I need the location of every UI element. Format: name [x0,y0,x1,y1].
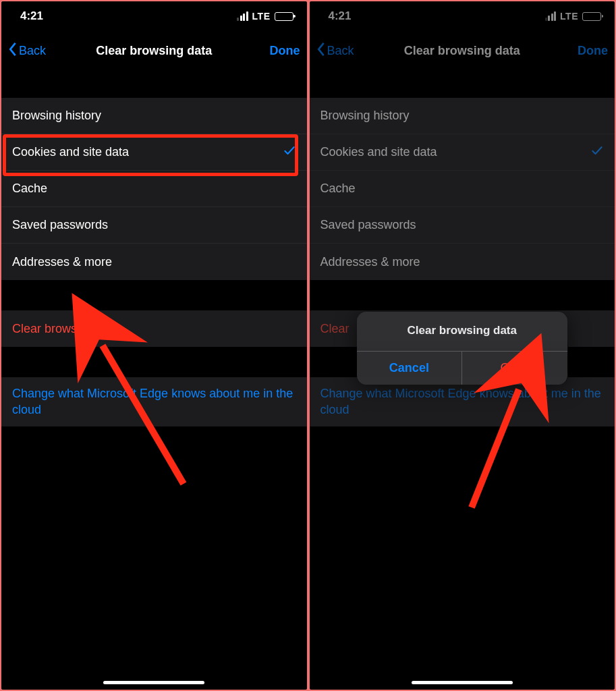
row-label: Clear [320,322,349,336]
page-title: Clear browsing data [310,44,615,58]
edge-cloud-link[interactable]: Change what Microsoft Edge knows about m… [1,377,307,426]
status-bar: 4:21 LTE [1,1,307,31]
sheet-clear-button[interactable]: Clear [461,352,567,385]
nav-bar: Back Clear browsing data Done [310,34,615,67]
row-passwords[interactable]: Saved passwords [1,207,307,244]
back-button[interactable]: Back [316,42,354,60]
network-type: LTE [252,11,271,22]
row-label: Clear browsing data [12,322,120,336]
row-label: Browsing history [320,109,410,123]
data-types-list: Browsing history Cookies and site data C… [310,98,615,280]
network-type: LTE [560,11,578,22]
row-cookies[interactable]: Cookies and site data [310,134,615,171]
row-browsing-history[interactable]: Browsing history [1,98,307,134]
home-indicator [412,681,513,684]
done-button[interactable]: Done [270,44,300,58]
home-indicator [103,681,204,684]
row-label: Change what Microsoft Edge knows about m… [320,385,605,418]
checkmark-icon [283,144,296,161]
row-browsing-history[interactable]: Browsing history [310,98,615,134]
battery-icon [582,12,601,21]
battery-icon [275,12,293,21]
row-addresses[interactable]: Addresses & more [1,244,307,280]
row-cookies[interactable]: Cookies and site data [1,134,307,171]
status-indicators: LTE [545,11,601,22]
done-button[interactable]: Done [578,44,608,58]
back-button[interactable]: Back [8,42,46,60]
row-label: Saved passwords [320,218,416,232]
cellular-signal-icon [237,11,248,21]
page-title: Clear browsing data [1,44,307,58]
row-label: Cookies and site data [12,145,129,159]
cellular-signal-icon [545,11,557,21]
status-bar: 4:21 LTE [310,1,615,31]
screenshot-step-2: 4:21 LTE Back Clear browsing data Done B… [310,1,615,690]
screenshot-step-1: 4:21 LTE Back Clear browsing data Done B… [1,1,307,690]
row-label: Saved passwords [12,218,108,232]
sheet-cancel-button[interactable]: Cancel [357,352,462,385]
row-label: Cache [320,182,356,196]
row-label: Addresses & more [12,255,112,269]
nav-bar: Back Clear browsing data Done [1,34,307,67]
row-label: Browsing history [12,109,101,123]
checkmark-icon [590,144,604,161]
row-label: Change what Microsoft Edge knows about m… [12,385,296,418]
data-types-list: Browsing history Cookies and site data C… [1,98,307,280]
chevron-left-icon [8,42,18,60]
row-label: Cookies and site data [320,145,437,159]
back-label: Back [19,44,46,58]
back-label: Back [327,44,354,58]
status-indicators: LTE [237,11,293,22]
sheet-title: Clear browsing data [357,312,568,351]
status-time: 4:21 [329,9,352,23]
row-addresses[interactable]: Addresses & more [310,244,615,280]
confirm-action-sheet: Clear browsing data Cancel Clear [357,312,568,385]
clear-browsing-data-button[interactable]: Clear browsing data [1,310,307,347]
row-cache[interactable]: Cache [1,171,307,207]
row-passwords[interactable]: Saved passwords [310,207,615,244]
row-cache[interactable]: Cache [310,171,615,207]
row-label: Addresses & more [320,255,420,269]
clear-action-list: Clear browsing data [1,310,307,347]
cloud-link-list: Change what Microsoft Edge knows about m… [1,377,307,426]
status-time: 4:21 [20,9,43,23]
chevron-left-icon [316,42,326,60]
row-label: Cache [12,182,47,196]
